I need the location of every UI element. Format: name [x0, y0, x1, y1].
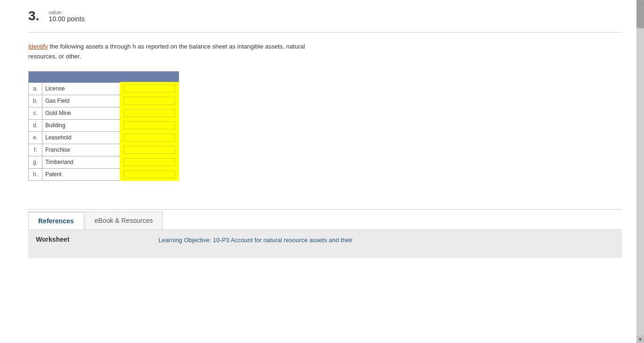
- input-f[interactable]: [124, 146, 175, 154]
- row-letter-d: d.: [29, 119, 42, 131]
- worksheet-description-text[interactable]: Learning Objective: 10-P3 Account for na…: [158, 237, 353, 244]
- tab-ebook[interactable]: eBook & Resources: [85, 212, 163, 229]
- table-row: g. Timberland: [29, 156, 179, 168]
- row-input-d[interactable]: [120, 119, 179, 131]
- row-letter-e: e.: [29, 131, 42, 144]
- page-wrapper: 3. value: 10.00 points Identify the foll…: [0, 0, 644, 343]
- worksheet-description: Learning Objective: 10-P3 Account for na…: [158, 236, 353, 245]
- row-input-e[interactable]: [120, 131, 179, 144]
- asset-table: a. License b. Gas Field c. Gold Mine d. …: [28, 71, 179, 181]
- row-label-f: Franchise: [42, 144, 120, 156]
- input-c[interactable]: [124, 109, 175, 117]
- input-d[interactable]: [124, 121, 175, 130]
- row-letter-c: c.: [29, 107, 42, 119]
- tab-references[interactable]: References: [28, 212, 84, 229]
- row-letter-b: b.: [29, 95, 42, 107]
- table-row: b. Gas Field: [29, 95, 179, 107]
- scrollbar[interactable]: ▼: [636, 0, 644, 343]
- question-points: 10.00 points: [49, 15, 84, 23]
- question-header: 3. value: 10.00 points: [28, 5, 622, 23]
- row-letter-f: f.: [29, 144, 42, 156]
- question-number: 3.: [28, 9, 39, 23]
- row-letter-g: g.: [29, 156, 42, 168]
- worksheet-row: Worksheet Learning Objective: 10-P3 Acco…: [28, 230, 622, 258]
- table-row: f. Franchise: [29, 144, 179, 156]
- question-text: Identify the following assets a through …: [28, 42, 330, 62]
- row-input-b[interactable]: [120, 95, 179, 107]
- row-label-g: Timberland: [42, 156, 120, 168]
- row-input-g[interactable]: [120, 156, 179, 168]
- worksheet-label: Worksheet: [36, 236, 158, 243]
- top-border: [28, 32, 622, 33]
- question-text-highlight: Identify: [28, 43, 48, 50]
- row-input-a[interactable]: [120, 82, 179, 95]
- table-header-row: [29, 71, 179, 82]
- question-text-body: the following assets a through h as repo…: [28, 43, 305, 60]
- main-content: 3. value: 10.00 points Identify the foll…: [0, 0, 636, 343]
- scrollbar-arrow-down[interactable]: ▼: [636, 335, 644, 343]
- input-a[interactable]: [124, 84, 175, 93]
- row-input-h[interactable]: [120, 168, 179, 180]
- table-row: d. Building: [29, 119, 179, 131]
- table-row: c. Gold Mine: [29, 107, 179, 119]
- row-label-c: Gold Mine: [42, 107, 120, 119]
- input-g[interactable]: [124, 158, 175, 166]
- row-label-e: Leasehold: [42, 131, 120, 144]
- input-h[interactable]: [124, 170, 175, 179]
- row-label-a: License: [42, 82, 120, 95]
- value-label: value:: [49, 9, 84, 15]
- row-letter-h: h.: [29, 168, 42, 180]
- references-section: References eBook & Resources Worksheet L…: [28, 209, 622, 258]
- table-row: e. Leasehold: [29, 131, 179, 144]
- row-label-b: Gas Field: [42, 95, 120, 107]
- question-meta: value: 10.00 points: [49, 9, 84, 23]
- row-label-d: Building: [42, 119, 120, 131]
- row-letter-a: a.: [29, 82, 42, 95]
- row-label-h: Patent: [42, 168, 120, 180]
- row-input-f[interactable]: [120, 144, 179, 156]
- input-b[interactable]: [124, 97, 175, 105]
- tabs-row: References eBook & Resources: [28, 210, 622, 230]
- table-row: h. Patent: [29, 168, 179, 180]
- row-input-c[interactable]: [120, 107, 179, 119]
- input-e[interactable]: [124, 133, 175, 142]
- scrollbar-thumb[interactable]: [636, 0, 644, 28]
- table-header-cell: [29, 71, 179, 82]
- table-row: a. License: [29, 82, 179, 95]
